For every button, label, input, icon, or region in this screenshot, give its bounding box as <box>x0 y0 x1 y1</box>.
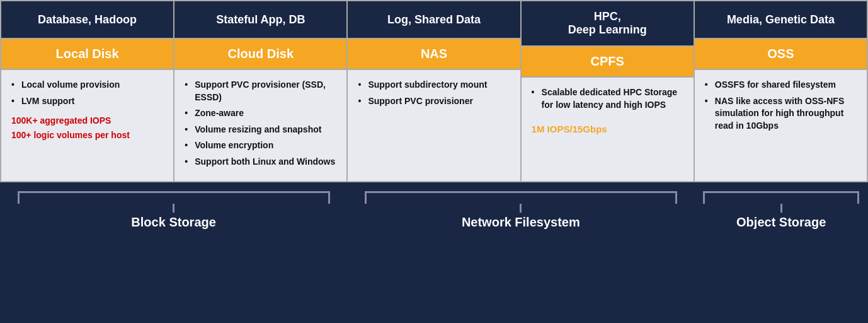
network-filesystem-bracket <box>365 187 677 213</box>
network-filesystem-section: Network Filesystem <box>347 187 694 236</box>
footer-orange-col4: 1M IOPS/15Gbps <box>532 124 683 134</box>
col-header-col5: Media, Genetic Data <box>695 1 867 39</box>
col-header-col3: Log, Shared Data <box>348 1 520 39</box>
list-item: NAS like access with OSS-NFS simulation … <box>705 95 857 132</box>
list-item: Support both Linux and Windows <box>185 156 336 168</box>
main-container: Database, HadoopLocal DiskLocal volume p… <box>0 0 868 236</box>
column-col4: HPC, Deep LearningCPFSScalable dedicated… <box>522 1 695 181</box>
col-badge-col1: Local Disk <box>1 39 173 70</box>
bottom-sections: Block Storage Network Filesystem Object <box>0 182 868 236</box>
network-filesystem-label: Network Filesystem <box>462 215 580 236</box>
col-content-col2: Support PVC provisioner (SSD, ESSD)Zone-… <box>174 70 346 181</box>
list-item: OSSFS for shared filesystem <box>705 79 857 91</box>
col-content-col3: Support subdirectory mountSupport PVC pr… <box>348 70 520 181</box>
list-item: Support PVC provisioner (SSD, ESSD) <box>185 79 336 103</box>
column-col3: Log, Shared DataNASSupport subdirectory … <box>348 1 521 181</box>
col-content-col5: OSSFS for shared filesystemNAS like acce… <box>695 70 867 181</box>
block-storage-label: Block Storage <box>131 215 215 236</box>
list-item: Volume resizing and snapshot <box>185 124 336 136</box>
object-storage-section: Object Storage <box>694 187 868 236</box>
list-item: Local volume provision <box>11 79 163 91</box>
list-item: Volume encryption <box>185 139 336 152</box>
column-col5: Media, Genetic DataOSSOSSFS for shared f… <box>695 1 867 181</box>
grid-area: Database, HadoopLocal DiskLocal volume p… <box>0 0 868 182</box>
list-item: Support subdirectory mount <box>358 79 510 91</box>
column-col1: Database, HadoopLocal DiskLocal volume p… <box>1 1 174 181</box>
list-item: Support PVC provisioner <box>358 95 510 108</box>
list-item: Scalable dedicated HPC Storage for low l… <box>532 86 683 111</box>
object-storage-label: Object Storage <box>736 215 826 236</box>
col-header-col2: Stateful App, DB <box>174 1 346 39</box>
col-content-col4: Scalable dedicated HPC Storage for low l… <box>522 78 694 181</box>
list-item: LVM support <box>11 95 163 108</box>
column-col2: Stateful App, DBCloud DiskSupport PVC pr… <box>174 1 348 181</box>
col-badge-col5: OSS <box>695 39 867 70</box>
col-header-col4: HPC, Deep Learning <box>522 1 694 47</box>
footer-red-col1: 100K+ aggregated IOPS 100+ logic volumes… <box>11 114 163 142</box>
block-storage-section: Block Storage <box>0 187 347 236</box>
col-badge-col4: CPFS <box>522 47 694 78</box>
object-storage-bracket <box>703 187 859 213</box>
block-storage-bracket <box>18 187 330 213</box>
list-item: Zone-aware <box>185 107 336 120</box>
col-content-col1: Local volume provisionLVM support100K+ a… <box>1 70 173 181</box>
col-badge-col3: NAS <box>348 39 520 70</box>
col-header-col1: Database, Hadoop <box>1 1 173 39</box>
col-badge-col2: Cloud Disk <box>174 39 346 70</box>
